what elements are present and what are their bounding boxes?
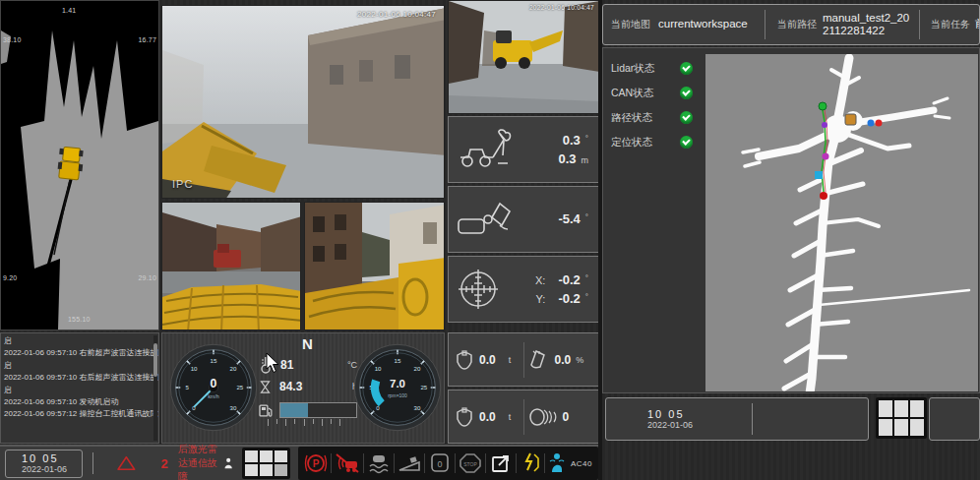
external-window-icon[interactable] [489, 452, 513, 474]
current-task-label: 当前任务 [926, 18, 975, 31]
ac-status-label: AC40 [571, 459, 592, 468]
current-path-value: manual_test2_202112281422 [823, 12, 913, 37]
log-line: 2022-01-06 09:57:10 右后超声波雷达连接故障屏蔽开 [4, 372, 151, 384]
status-row-lidar: Lidar状态 [603, 56, 705, 81]
x-axis-value: -0.2 [558, 270, 580, 290]
bucket-tilt-icon [457, 198, 514, 241]
right-clock-time: 10 05 [647, 408, 693, 420]
log-line: 启 [4, 385, 151, 396]
engine-hours-value: 84.3 [279, 380, 302, 393]
lidar-range-right-upper: 16.77 [138, 36, 156, 43]
bucket-weight-panel: 0.0 t 0.0 % [448, 332, 599, 387]
svg-text:P: P [313, 458, 320, 469]
boom-height-value: 0.3 [558, 150, 576, 169]
rpm-value: 7.0 [390, 378, 405, 390]
fuel-level-fill [280, 403, 309, 417]
current-map-value: currentworkspace [658, 18, 759, 30]
stop-sign-icon[interactable]: STOP [459, 452, 482, 474]
camera-front-timestamp: 2022-01-06 10:04:47 [529, 4, 594, 11]
status-ok-icon [680, 136, 693, 149]
log-line: 2022-01-06 09:57:10 发动机启动 [4, 396, 151, 408]
current-path-label: 当前路径 [771, 18, 823, 31]
svg-text:25: 25 [420, 384, 427, 390]
camera-front[interactable]: 2022-01-06 10:04:47 [448, 0, 599, 114]
alarm-message: 后激光雷达通信故障 [178, 443, 224, 480]
payload-box-icon[interactable]: 0 [428, 452, 452, 474]
mission-header: 当前地图 currentworkspace 当前路径 manual_test2_… [602, 4, 980, 45]
bucket-angle-unit: ° [585, 211, 588, 223]
route-map-view[interactable] [705, 54, 978, 391]
operator-icon[interactable] [224, 452, 232, 474]
lidar-range-left-upper: 38.10 [3, 36, 22, 43]
svg-text:20: 20 [414, 365, 421, 372]
lidar-fault-icon[interactable] [335, 452, 360, 474]
boom-status-panel: 0.3° 0.3m [448, 116, 599, 183]
fuel-bar-ticks [265, 419, 343, 426]
status-row-localization: 定位状态 [603, 130, 705, 154]
log-line: 启 [4, 335, 151, 347]
camera-rear-right-scene [305, 203, 445, 330]
instrument-cluster: 0 5 10 15 20 25 30 0 km/h N [161, 332, 445, 444]
parking-brake-icon[interactable]: P [304, 452, 328, 474]
fuel-pump-icon [259, 402, 274, 418]
gear-indicator: N [259, 335, 357, 352]
camera-main-label: IPC [172, 178, 193, 190]
event-log[interactable]: 启 2022-01-06 09:57:10 右前超声波雷达连接故障屏蔽开 启 2… [0, 332, 159, 444]
svg-text:10: 10 [375, 365, 382, 372]
lidar-costmap-graphic [1, 1, 158, 330]
layout-grid-button[interactable] [242, 448, 290, 479]
log-scrollbar-thumb [153, 343, 157, 377]
status-row-can: CAN状态 [603, 81, 705, 105]
waypoint-marker [868, 120, 875, 127]
traction-control-icon[interactable] [367, 452, 391, 474]
right-empty-button[interactable] [929, 397, 980, 441]
log-line: 2022-01-06 09:57:12 操控台工控机通讯故障消失 [4, 408, 151, 420]
waypoint-marker [815, 171, 823, 179]
cluster-info: N 81 °C 84.3 h [259, 335, 357, 426]
camera-rear-right[interactable] [304, 202, 445, 330]
camera-front-scene [449, 1, 599, 114]
lidar-costmap-panel[interactable]: 1.41 38.10 16.77 9.20 29.10 155.10 [0, 0, 159, 330]
camera-rear-left[interactable] [161, 202, 301, 330]
lidar-range-left-lower: 9.20 [3, 274, 17, 281]
status-ok-icon [680, 87, 693, 99]
waypoint-marker [876, 120, 883, 127]
attitude-panel: X:-0.2° Y:-0.2° [448, 256, 599, 323]
status-row-path: 路径状态 [603, 105, 705, 130]
bucket-count-icon [528, 407, 558, 427]
bucket-load-value: 0.0 [479, 353, 496, 367]
system-status-list: Lidar状态 CAN状态 路径状态 定位状态 [603, 56, 705, 154]
start-point-marker [819, 102, 827, 110]
boom-angle-value: 0.3 [563, 131, 581, 150]
current-task-value: 前往 [975, 18, 980, 30]
navigation-body: Lidar状态 CAN状态 路径状态 定位状态 [602, 47, 980, 393]
app-window: 1.41 38.10 16.77 9.20 29.10 155.10 [0, 0, 980, 480]
air-conditioning-icon[interactable] [548, 452, 566, 474]
right-layout-grid-button[interactable] [876, 397, 927, 439]
waypoint-marker [823, 153, 829, 160]
warning-triangle-icon [117, 449, 136, 478]
speed-unit: km/h [208, 393, 219, 399]
right-clock-date: 2022-01-06 [647, 420, 693, 431]
bucket-percent-value: 0.0 [555, 353, 572, 367]
bucket-load-unit: t [509, 355, 512, 365]
status-ok-icon [680, 62, 693, 75]
rpm-unit: rpm×100 [388, 392, 407, 398]
electrical-fault-icon[interactable] [520, 452, 541, 474]
bucket-angle-panel: -5.4° [448, 186, 599, 253]
y-axis-label: Y: [536, 291, 546, 308]
current-map-label: 当前地图 [603, 18, 658, 31]
slope-warning-icon[interactable] [398, 452, 421, 474]
svg-text:10: 10 [191, 365, 198, 372]
vehicle-icon-toolbar: P 0 [298, 447, 598, 480]
log-scrollbar[interactable] [153, 335, 157, 441]
camera-main-scene [162, 6, 445, 199]
svg-text:5: 5 [185, 384, 189, 390]
camera-main[interactable]: 2022-01-06 10:04:47 IPC [161, 5, 445, 199]
bucket-angle-value: -5.4 [558, 210, 580, 229]
clock-time: 10 05 [22, 452, 82, 464]
svg-text:15: 15 [211, 357, 217, 364]
bucket-fill-icon [528, 349, 550, 371]
speed-value: 0 [211, 377, 217, 390]
total-load-value: 0.0 [479, 410, 496, 424]
